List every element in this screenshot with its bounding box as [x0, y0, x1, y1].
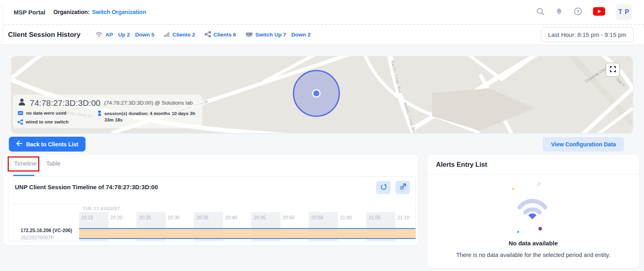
topology-icon [205, 31, 211, 38]
map-fullscreen-button[interactable] [605, 63, 620, 77]
client-info-overlay: 74:78:27:3D:3D:00 (74:78:27:3D:3D:00) @ … [13, 95, 202, 128]
fact-data-usage: no data were used [18, 111, 98, 116]
status-badge-switch[interactable]: Switch Up 7 Down 2 [246, 32, 311, 38]
youtube-icon [593, 7, 605, 17]
topbar-actions: ? T P [536, 4, 632, 20]
help-button[interactable]: ? [574, 7, 582, 17]
fullscreen-icon [609, 65, 617, 74]
alerts-entry-panel: Alerts Entry List No data available Ther… [427, 155, 639, 268]
page-title: Client Session History [8, 31, 80, 39]
no-data-message: There is no data available for the selec… [427, 252, 639, 258]
status-badge-ap[interactable]: AP Up 2 Down 5 [96, 32, 154, 38]
device-serial-label: JSZ20270067P [20, 235, 76, 241]
timeline-grid: TUE 13 AUGUST 20:15 20:20 20:25 20:30 20… [79, 204, 416, 241]
client-mac-title: 74:78:27:3D:3D:00 [30, 98, 100, 108]
timeline-card: UNP Client Session Timeline of 74:78:27:… [8, 176, 416, 241]
decorative-dot-orange [512, 188, 514, 190]
organization-link[interactable]: Switch Organization [92, 9, 146, 15]
svg-text:?: ? [577, 9, 579, 14]
youtube-button[interactable] [593, 7, 605, 17]
badge-up-count: Switch Up 7 [255, 32, 286, 38]
timeline-row-label: 172.25.16.206 (VC-206) JSZ20270067P [12, 225, 79, 241]
session-history-panel: Timeline Table UNP Client Session Timeli… [3, 155, 418, 245]
topbar: MSP Portal Organization: Switch Organiza… [0, 0, 644, 25]
fact-wired-switch: wired to one switch [18, 119, 98, 125]
badge-count: Clients 6 [214, 32, 236, 38]
help-icon: ? [574, 7, 582, 17]
export-button[interactable] [395, 181, 410, 194]
decorative-dot-purple [538, 227, 542, 231]
refresh-icon [380, 183, 387, 192]
notifications-button[interactable] [555, 8, 563, 16]
decorative-dot-cyan [517, 231, 519, 233]
no-data-illustration [427, 179, 639, 239]
timeline-title: UNP Client Session Timeline of 74:78:27:… [15, 184, 158, 190]
switch-icon [246, 32, 253, 38]
data-usage-icon [18, 111, 23, 116]
badge-label: AP [105, 32, 113, 38]
session-bar[interactable] [79, 228, 416, 239]
location-map[interactable]: Corporate Center Dr Corporate Center Dr … [11, 56, 633, 133]
tab-table[interactable]: Table [46, 160, 61, 167]
status-badge-wired-clients[interactable]: Clients 6 [205, 31, 236, 38]
session-timeline-chart: 172.25.16.206 (VC-206) JSZ20270067P TUE … [12, 204, 416, 241]
map-parcel [432, 88, 535, 131]
view-configuration-button[interactable]: View Configuration Data [543, 137, 624, 152]
signal-bars-icon [164, 32, 169, 38]
user-avatar[interactable]: T P [616, 4, 632, 20]
device-ip-label: 172.25.16.206 (VC-206) [20, 228, 76, 233]
no-data-title: No data available [427, 240, 639, 247]
bell-icon [555, 8, 563, 16]
client-location-subtitle: (74:78:27:3D:3D:00) @ Solutions lab [104, 100, 193, 106]
badge-up-count: Up 2 [118, 32, 130, 38]
wired-topology-icon [18, 119, 23, 125]
badge-down-count: Down 5 [135, 32, 154, 38]
badge-count: Clients 2 [172, 32, 195, 38]
person-icon [18, 98, 26, 108]
page-header: Client Session History AP Up 2 Down 5 Cl… [0, 25, 644, 45]
timeline-row-labels: 172.25.16.206 (VC-206) JSZ20270067P [12, 204, 79, 241]
refresh-button[interactable] [376, 181, 391, 194]
brand-title: MSP Portal [14, 9, 45, 16]
open-in-new-icon [399, 183, 407, 192]
search-icon [536, 7, 544, 17]
alerts-panel-title: Alerts Entry List [436, 161, 487, 168]
badge-down-count: Down 2 [291, 32, 311, 38]
timeline-date-header: TUE 13 AUGUST [83, 206, 120, 211]
status-badges: AP Up 2 Down 5 Clients 2 Clients 6 [96, 31, 310, 38]
wifi-icon [96, 32, 102, 38]
back-arrow-icon [16, 141, 22, 148]
fact-session-duration: session(s) duration: 4 months 10 days 3h… [98, 111, 198, 123]
divider [427, 174, 639, 174]
back-to-clients-button[interactable]: Back to Clients List [9, 137, 86, 152]
decorative-dot-pink [537, 182, 541, 186]
wifi-illustration-icon [517, 196, 548, 221]
status-badge-wireless-clients[interactable]: Clients 2 [164, 32, 195, 38]
organization-label: Organization: [53, 9, 90, 15]
search-button[interactable] [536, 7, 544, 17]
time-range-selector[interactable]: Last Hour: 8:15 pm - 9:15 pm [541, 27, 634, 42]
hourglass-icon [98, 111, 102, 117]
msp-portal-page: MSP Portal Organization: Switch Organiza… [0, 0, 644, 271]
tab-timeline[interactable]: Timeline [14, 160, 37, 167]
client-location-marker[interactable] [313, 90, 320, 97]
active-tab-indicator [13, 175, 35, 176]
collapsed-sidebar-edge[interactable] [0, 4, 3, 42]
